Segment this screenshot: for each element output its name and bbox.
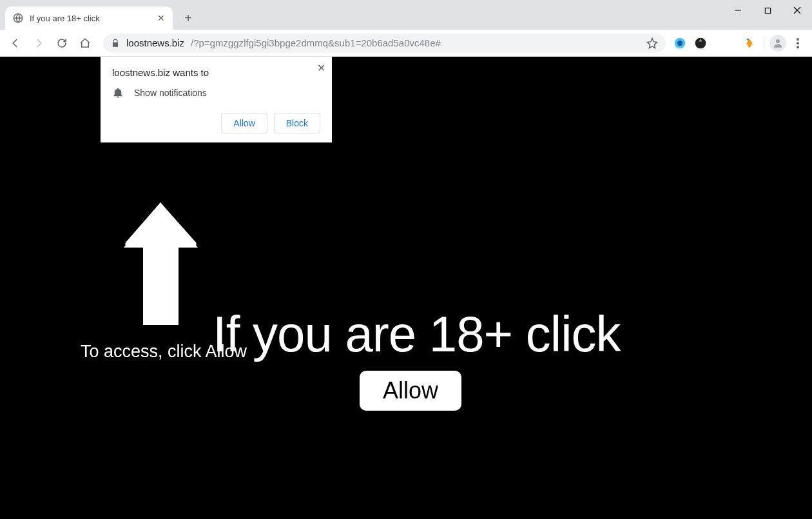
browser-toolbar: loostnews.biz/?p=gmzggzlfgi5gi3bpge2dmmq…	[0, 30, 812, 57]
bell-icon	[112, 87, 124, 99]
url-path: /?p=gmzggzlfgi5gi3bpge2dmmq&sub1=20b6ad5…	[191, 37, 441, 48]
notification-permission-popup: ✕ loostnews.biz wants to Show notificati…	[101, 57, 332, 142]
page-headline: If you are 18+ click	[213, 305, 621, 364]
svg-point-10	[797, 38, 799, 41]
window-close-button[interactable]	[782, 0, 812, 21]
window-maximize-button[interactable]	[753, 0, 782, 21]
svg-rect-2	[765, 8, 770, 13]
profile-avatar[interactable]	[769, 35, 786, 52]
browser-menu-button[interactable]	[789, 34, 807, 52]
globe-icon	[13, 13, 23, 23]
popup-site-wants-text: loostnews.biz wants to	[112, 67, 320, 78]
page-allow-button[interactable]: Allow	[360, 371, 461, 411]
popup-permission-label: Show notifications	[134, 88, 207, 98]
bookmark-star-icon[interactable]	[646, 37, 658, 49]
back-button[interactable]	[5, 33, 26, 54]
extension-icon-2[interactable]	[691, 34, 710, 52]
extension-icon-1[interactable]	[671, 34, 689, 52]
up-arrow-icon	[124, 202, 198, 325]
home-button[interactable]	[75, 33, 95, 54]
new-tab-button[interactable]: +	[179, 9, 197, 27]
reload-button[interactable]	[52, 33, 72, 54]
svg-point-12	[797, 46, 799, 48]
toolbar-divider	[764, 37, 764, 50]
url-host: loostnews.biz	[126, 37, 184, 48]
svg-point-9	[776, 39, 780, 43]
tab-title: If you are 18+ click	[30, 14, 100, 23]
popup-permission-row: Show notifications	[112, 87, 320, 99]
svg-point-6	[677, 40, 682, 45]
svg-point-8	[747, 38, 749, 40]
extension-icon-3[interactable]	[740, 34, 759, 52]
popup-buttons: Allow Block	[112, 113, 320, 133]
popup-block-button[interactable]: Block	[274, 113, 320, 133]
svg-point-11	[797, 42, 799, 44]
window-controls	[723, 0, 812, 21]
address-bar[interactable]: loostnews.biz/?p=gmzggzlfgi5gi3bpge2dmmq…	[103, 34, 666, 53]
tab-close-icon[interactable]: ✕	[157, 13, 165, 23]
lock-icon	[111, 39, 120, 48]
browser-titlebar: If you are 18+ click ✕ +	[0, 0, 812, 30]
popup-allow-button[interactable]: Allow	[221, 113, 267, 133]
page-content: To access, click Allow If you are 18+ cl…	[0, 57, 812, 519]
window-minimize-button[interactable]	[723, 0, 753, 21]
popup-close-icon[interactable]: ✕	[317, 62, 325, 74]
browser-tab[interactable]: If you are 18+ click ✕	[5, 6, 173, 30]
forward-button[interactable]	[28, 33, 49, 54]
